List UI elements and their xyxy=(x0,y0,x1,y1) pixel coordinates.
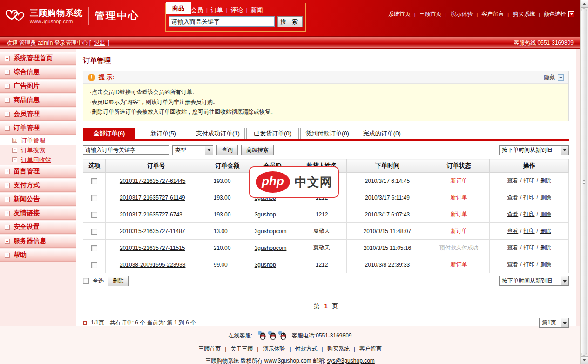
sidebar-item[interactable]: − 订单回收站 xyxy=(0,155,76,165)
header-nav-tab[interactable]: 新闻 xyxy=(251,6,263,14)
row-checkbox[interactable] xyxy=(91,245,97,251)
view-link[interactable]: 查看 xyxy=(507,228,518,234)
top-link[interactable]: 颜色选择 xyxy=(544,10,566,18)
row-checkbox[interactable] xyxy=(91,195,97,201)
cell-status: 新订单 xyxy=(428,173,490,189)
scrollbar-thumb[interactable] xyxy=(581,8,587,356)
top-link[interactable]: 系统首页 xyxy=(388,10,411,18)
qq-penguin-icon[interactable] xyxy=(258,331,266,340)
scroll-up-button[interactable] xyxy=(581,0,588,8)
order-tab[interactable]: 已发货订单(0) xyxy=(246,128,299,139)
view-link[interactable]: 查看 xyxy=(507,194,518,201)
sidebar-item[interactable]: + 支付方式 xyxy=(0,179,76,192)
footer-link[interactable]: 客户留言 xyxy=(359,345,382,353)
sidebar-item[interactable]: − 服务器信息 xyxy=(0,235,76,248)
sort-select-bottom[interactable]: 按下单时间从新到旧 xyxy=(499,276,569,286)
member-id-link[interactable]: 3gushop xyxy=(255,262,276,268)
logout-link[interactable]: 退出 xyxy=(94,40,105,46)
order-tab[interactable]: 支付成功订单(1) xyxy=(191,128,245,139)
view-link[interactable]: 查看 xyxy=(507,244,518,251)
order-keyword-input[interactable] xyxy=(83,145,169,155)
view-link[interactable]: 查看 xyxy=(507,211,518,217)
sidebar-item[interactable]: + 留言管理 xyxy=(0,165,76,178)
email-link[interactable]: sys@3gushop.com xyxy=(327,357,375,364)
delete-link[interactable]: 删除 xyxy=(540,261,551,268)
order-number-link[interactable]: 2010317-21635727-6743 xyxy=(120,211,182,218)
delete-link[interactable]: 删除 xyxy=(540,177,551,184)
row-checkbox[interactable] xyxy=(91,178,97,184)
print-link[interactable]: 打印 xyxy=(524,177,535,184)
type-select[interactable]: 类型 xyxy=(172,145,213,155)
member-id-link[interactable]: 3gushopcom xyxy=(255,228,287,235)
footer-link[interactable]: 三顾首页 xyxy=(198,345,221,353)
sidebar-item[interactable]: + 会员管理 xyxy=(0,108,76,121)
print-link[interactable]: 打印 xyxy=(524,228,535,234)
view-link[interactable]: 查看 xyxy=(507,261,518,268)
sidebar-item[interactable]: − 订单管理 xyxy=(0,121,76,135)
delete-link[interactable]: 删除 xyxy=(540,228,551,234)
view-link[interactable]: 查看 xyxy=(507,177,518,184)
row-checkbox[interactable] xyxy=(91,229,97,235)
sidebar-item[interactable]: − 系统管理首页 xyxy=(0,52,76,65)
row-checkbox[interactable] xyxy=(91,262,97,268)
footer-link[interactable]: 关于三顾 xyxy=(230,345,253,353)
print-link[interactable]: 打印 xyxy=(524,261,535,268)
footer-link[interactable]: 演示体验 xyxy=(263,345,285,353)
print-link[interactable]: 打印 xyxy=(524,194,535,201)
delete-link[interactable]: 删除 xyxy=(540,194,551,201)
qq-penguin-icon[interactable] xyxy=(278,331,286,340)
footer-link[interactable]: 购买系统 xyxy=(327,345,350,353)
order-tab[interactable]: 新订单(5) xyxy=(137,128,189,139)
header-nav-tab[interactable]: 商品 xyxy=(166,2,191,14)
print-link[interactable]: 打印 xyxy=(524,211,535,217)
print-link[interactable]: 打印 xyxy=(524,244,535,251)
sidebar-item[interactable]: + 新闻公告 xyxy=(0,193,76,206)
top-link[interactable]: 客户留言 xyxy=(481,10,504,18)
sidebar-item[interactable]: + 友情链接 xyxy=(0,207,76,220)
order-number-link[interactable]: 2010315-21635727-11487 xyxy=(120,228,185,235)
member-id-link[interactable]: 3gushopcom xyxy=(255,245,287,251)
advanced-search-button[interactable]: 高级搜索 xyxy=(241,145,274,155)
qq-penguin-icon[interactable] xyxy=(268,331,276,340)
expand-icon: − xyxy=(5,126,10,131)
hide-notice-link[interactable]: 隐藏 xyxy=(544,74,555,81)
order-tab[interactable]: 完成的订单(0) xyxy=(356,128,408,139)
order-tab[interactable]: 货到付款订单(0) xyxy=(300,128,354,139)
top-link[interactable]: 三顾首页 xyxy=(419,10,442,18)
sidebar-item[interactable]: − 订单搜索 xyxy=(0,145,76,155)
row-checkbox[interactable] xyxy=(91,212,97,218)
product-search-input[interactable] xyxy=(169,16,275,27)
header-nav-tab[interactable]: 订单 xyxy=(211,6,223,14)
sidebar-item[interactable]: + 帮助 xyxy=(0,249,76,262)
sidebar-item[interactable]: + 广告图片 xyxy=(0,80,76,93)
footer-link[interactable]: 付款方式 xyxy=(295,345,318,353)
sidebar-item[interactable]: + 商品信息 xyxy=(0,94,76,107)
top-link[interactable]: 购买系统 xyxy=(513,10,535,18)
delete-link[interactable]: 删除 xyxy=(540,211,551,217)
search-button[interactable]: 搜 索 xyxy=(277,16,303,27)
welcome-bar: 欢迎 管理员 admin 登录管理中心 [ 退出 ] 客服热线 0551-316… xyxy=(0,36,580,49)
sidebar-item-label: 广告图片 xyxy=(14,82,40,90)
delete-button[interactable]: 删除 xyxy=(108,276,129,286)
sidebar-item[interactable]: + 综合信息 xyxy=(0,66,76,79)
vertical-scrollbar[interactable] xyxy=(580,0,588,364)
scroll-down-button[interactable] xyxy=(581,356,588,364)
header-nav-tab[interactable]: 评论 xyxy=(231,6,243,14)
select-all-checkbox[interactable] xyxy=(83,278,89,284)
color-picker-icon[interactable] xyxy=(568,11,574,17)
order-number-link[interactable]: 201038-20091595-223933 xyxy=(120,262,185,268)
member-id-link[interactable]: 3gushop xyxy=(255,211,276,218)
header-nav-tab[interactable]: 会员 xyxy=(191,6,203,14)
delete-link[interactable]: 删除 xyxy=(540,244,551,251)
query-button[interactable]: 查询 xyxy=(216,145,238,155)
order-tab[interactable]: 全部订单(6) xyxy=(83,128,135,139)
collapse-icon[interactable]: − xyxy=(558,74,564,81)
sidebar-item[interactable]: □ 订单管理 xyxy=(0,135,76,145)
sidebar-item[interactable]: + 安全设置 xyxy=(0,221,76,234)
order-number-link[interactable]: 2010317-21635727-61445 xyxy=(120,178,185,184)
top-link[interactable]: 演示体验 xyxy=(450,10,473,18)
sort-select-top[interactable]: 按下单时间从新到旧 xyxy=(499,145,569,155)
order-number-link[interactable]: 2010317-21635727-61149 xyxy=(120,195,185,201)
page-select[interactable]: 第1页 xyxy=(539,318,569,328)
order-number-link[interactable]: 2010315-21635727-11515 xyxy=(120,245,185,251)
